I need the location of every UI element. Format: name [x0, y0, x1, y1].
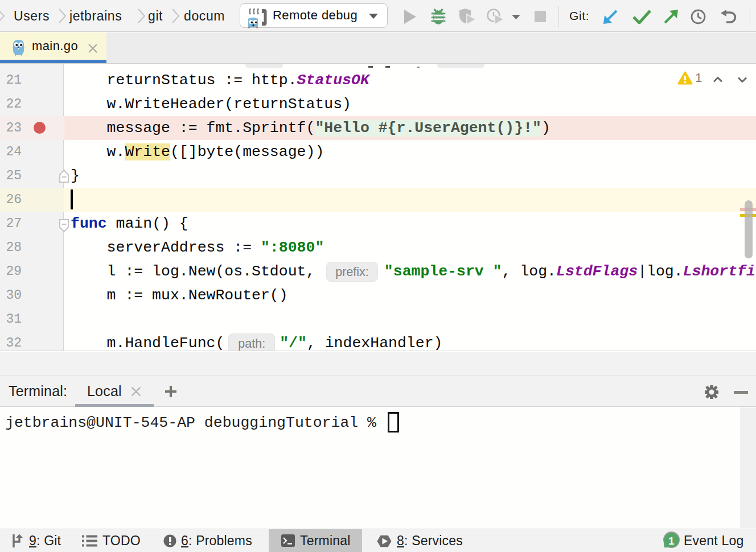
svg-text:1: 1	[668, 535, 675, 547]
